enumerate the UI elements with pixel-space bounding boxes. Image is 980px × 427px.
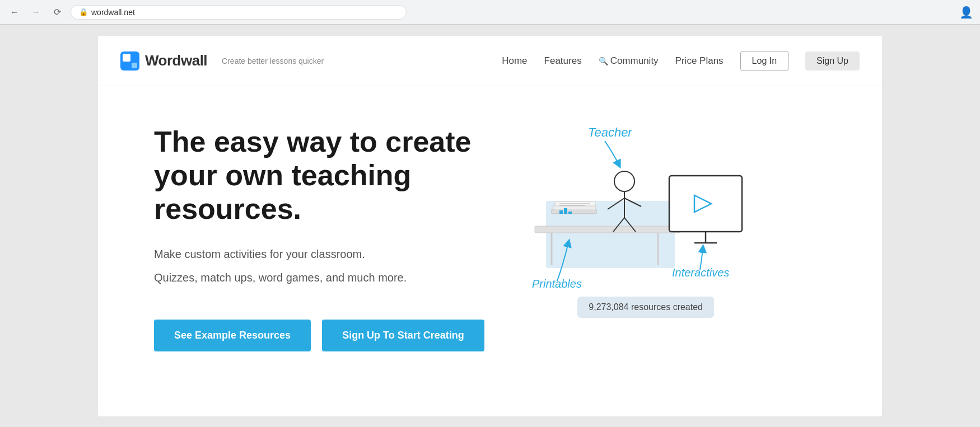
cta-area: See Example Resources Sign Up To Start C… — [154, 320, 501, 351]
logo-text: Wordwall — [145, 52, 207, 69]
page-wrapper: Wordwall Create better lessons quicker H… — [0, 25, 980, 427]
hero-title: The easy way to create your own teaching… — [154, 125, 501, 226]
logo-tagline: Create better lessons quicker — [222, 57, 324, 65]
login-button[interactable]: Log In — [740, 51, 788, 71]
see-examples-button[interactable]: See Example Resources — [154, 320, 311, 351]
nav-community[interactable]: Community — [599, 55, 659, 67]
svg-point-12 — [614, 171, 634, 191]
hero-subtitle2: Quizzes, match ups, word games, and much… — [154, 269, 501, 286]
browser-chrome: ← → ⟳ 🔒 wordwall.net 👤 — [0, 0, 980, 25]
lock-icon: 🔒 — [79, 8, 88, 16]
hero-subtitle1: Make custom activities for your classroo… — [154, 246, 501, 262]
svg-text:Printables: Printables — [532, 278, 582, 290]
svg-rect-10 — [564, 208, 567, 214]
profile-icon: 👤 — [959, 6, 973, 19]
forward-button[interactable]: → — [28, 4, 44, 20]
svg-rect-9 — [559, 210, 563, 214]
navbar: Wordwall Create better lessons quicker H… — [98, 36, 882, 86]
signup-button[interactable]: Sign Up — [805, 51, 860, 71]
address-bar[interactable]: 🔒 wordwall.net — [71, 5, 407, 20]
nav-links: Home Features Community Price Plans Log … — [502, 51, 860, 71]
stats-badge: 9,273,084 resources created — [577, 297, 714, 318]
svg-rect-1 — [535, 226, 680, 233]
nav-home[interactable]: Home — [502, 55, 527, 67]
nav-features[interactable]: Features — [544, 55, 582, 67]
page-content: Wordwall Create better lessons quicker H… — [98, 36, 882, 416]
signup-cta-button[interactable]: Sign Up To Start Creating — [322, 320, 484, 351]
back-button[interactable]: ← — [7, 4, 22, 20]
wordwall-logo-icon — [120, 51, 139, 71]
logo-area: Wordwall Create better lessons quicker — [120, 51, 324, 71]
nav-price-plans[interactable]: Price Plans — [675, 55, 724, 67]
hero-section: The easy way to create your own teaching… — [98, 86, 882, 416]
reload-button[interactable]: ⟳ — [49, 4, 65, 20]
svg-rect-18 — [669, 176, 742, 232]
url-text: wordwall.net — [91, 8, 135, 17]
hero-text: The easy way to create your own teaching… — [154, 125, 501, 351]
teacher-label: Teacher — [588, 125, 633, 139]
svg-rect-11 — [568, 212, 572, 214]
hero-illustration: Teacher — [501, 114, 748, 340]
